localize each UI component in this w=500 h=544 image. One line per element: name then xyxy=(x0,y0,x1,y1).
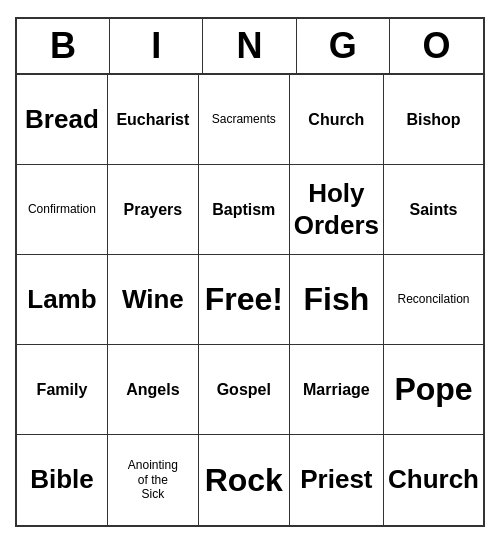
cell-label: Bread xyxy=(25,104,99,135)
cell-label: Confirmation xyxy=(28,202,96,216)
bingo-cell: Lamb xyxy=(17,255,108,345)
cell-label: Saints xyxy=(409,200,457,219)
bingo-cell: Bishop xyxy=(384,75,483,165)
cell-label: Bible xyxy=(30,464,94,495)
cell-label: Holy Orders xyxy=(294,178,379,240)
bingo-cell: Confirmation xyxy=(17,165,108,255)
cell-label: Rock xyxy=(205,461,283,499)
bingo-cell: Church xyxy=(384,435,483,525)
bingo-cell: Prayers xyxy=(108,165,199,255)
cell-label: Lamb xyxy=(27,284,96,315)
cell-label: Priest xyxy=(300,464,372,495)
header-letter: B xyxy=(17,19,110,73)
bingo-cell: Pope xyxy=(384,345,483,435)
bingo-cell: Saints xyxy=(384,165,483,255)
header-letter: O xyxy=(390,19,483,73)
bingo-cell: Bible xyxy=(17,435,108,525)
cell-label: Angels xyxy=(126,380,179,399)
bingo-cell: Marriage xyxy=(290,345,384,435)
header-letter: G xyxy=(297,19,390,73)
bingo-cell: Baptism xyxy=(199,165,290,255)
cell-label: Bishop xyxy=(406,110,460,129)
cell-label: Prayers xyxy=(124,200,183,219)
bingo-cell: Reconcilation xyxy=(384,255,483,345)
cell-label: Eucharist xyxy=(116,110,189,129)
header-letter: N xyxy=(203,19,296,73)
bingo-header: BINGO xyxy=(17,19,483,75)
bingo-card: BINGO BreadEucharistSacramentsChurchBish… xyxy=(15,17,485,527)
cell-label: Pope xyxy=(394,370,472,408)
bingo-grid: BreadEucharistSacramentsChurchBishopConf… xyxy=(17,75,483,525)
cell-label: Fish xyxy=(303,280,369,318)
cell-label: Gospel xyxy=(217,380,271,399)
bingo-cell: Angels xyxy=(108,345,199,435)
bingo-cell: Eucharist xyxy=(108,75,199,165)
bingo-cell: Wine xyxy=(108,255,199,345)
bingo-cell: Free! xyxy=(199,255,290,345)
bingo-cell: Priest xyxy=(290,435,384,525)
bingo-cell: Fish xyxy=(290,255,384,345)
cell-label: Church xyxy=(308,110,364,129)
bingo-cell: Family xyxy=(17,345,108,435)
cell-label: Marriage xyxy=(303,380,370,399)
cell-label: Church xyxy=(388,464,479,495)
cell-label: Free! xyxy=(205,280,283,318)
bingo-cell: Church xyxy=(290,75,384,165)
cell-label: Reconcilation xyxy=(397,292,469,306)
cell-label: Family xyxy=(37,380,88,399)
bingo-cell: Bread xyxy=(17,75,108,165)
header-letter: I xyxy=(110,19,203,73)
bingo-cell: Rock xyxy=(199,435,290,525)
cell-label: Anointing of the Sick xyxy=(128,458,178,501)
bingo-cell: Anointing of the Sick xyxy=(108,435,199,525)
cell-label: Sacraments xyxy=(212,112,276,126)
bingo-cell: Holy Orders xyxy=(290,165,384,255)
bingo-cell: Gospel xyxy=(199,345,290,435)
cell-label: Wine xyxy=(122,284,184,315)
cell-label: Baptism xyxy=(212,200,275,219)
bingo-cell: Sacraments xyxy=(199,75,290,165)
